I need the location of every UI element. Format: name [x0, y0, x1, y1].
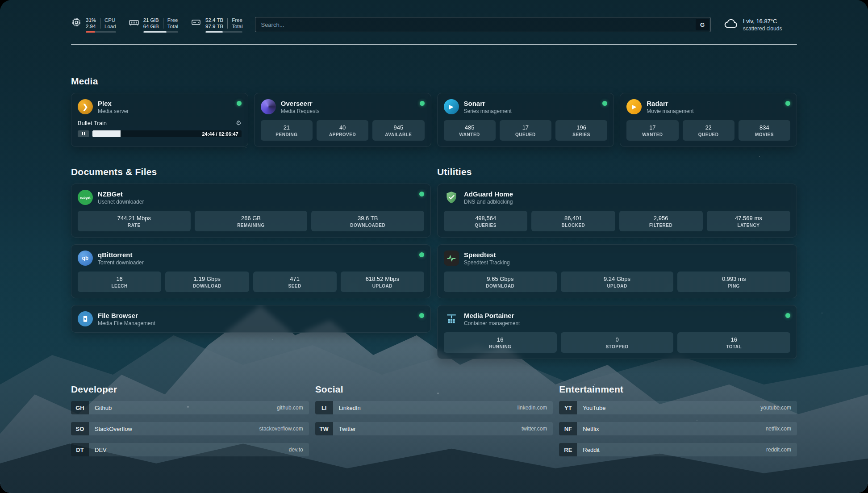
app-meta: Sonarr Series management [464, 100, 598, 114]
app-meta: Plex Media server [98, 100, 232, 114]
stat-available: 945 AVAILABLE [372, 120, 424, 141]
memory-total: 64 GiB [143, 23, 159, 29]
bookmark-linkedin[interactable]: LI LinkedIn linkedin.com [315, 401, 553, 414]
stat-upload: 618.52 Mbps UPLOAD [341, 272, 424, 292]
app-plex[interactable]: ❯ Plex Media server [78, 99, 242, 114]
cpu-stat: 31% 2.94 CPU Load [71, 17, 116, 33]
app-card-portainer: Media Portainer Container management 16 … [437, 305, 797, 359]
app-nzbget[interactable]: nzbget NZBGet Usenet downloader [78, 190, 424, 205]
bookmark-youtube[interactable]: YT YouTube youtube.com [559, 401, 797, 414]
stat-pending: 21 PENDING [261, 120, 313, 141]
stat-rate: 744.21 Mbps RATE [78, 211, 191, 231]
search-input[interactable] [255, 17, 711, 32]
stat-wanted: 485 WANTED [444, 120, 496, 141]
stat-download: 9.65 Gbps DOWNLOAD [444, 272, 557, 292]
player-row: 24:44 / 02:06:47 [78, 130, 242, 137]
bookmark-reddit[interactable]: RE Reddit reddit.com [559, 443, 797, 456]
bookmark-abbr: GH [71, 401, 89, 414]
stat-downloaded: 39.6 TB DOWNLOADED [311, 211, 424, 231]
app-name: Speedtest [464, 251, 790, 259]
bookmark-name: LinkedIn [339, 405, 517, 411]
app-desc: Torrent downloader [98, 259, 414, 266]
radarr-icon: ▶ [626, 99, 642, 114]
header-divider [71, 44, 797, 45]
status-dot [785, 101, 790, 106]
app-radarr[interactable]: ▶ Radarr Movie management [626, 99, 790, 114]
app-sonarr[interactable]: ▶ Sonarr Series management [444, 99, 608, 114]
app-overseerr[interactable]: Overseerr Media Requests [261, 99, 425, 114]
memory-bar [143, 31, 178, 33]
app-qbittorrent[interactable]: qb qBittorrent Torrent downloader [78, 251, 424, 266]
search-engine-button[interactable]: G [696, 19, 709, 30]
section-utilities: Utilities AdGuard Home DNS and adblockin… [437, 167, 797, 359]
disk-stat: 52.4 TB 97.9 TB Free Total [191, 17, 242, 33]
nzbget-icon: nzbget [78, 190, 93, 205]
cpu-load: 2.94 [86, 23, 96, 29]
playback-progress[interactable]: 24:44 / 02:06:47 [92, 130, 242, 137]
filebrowser-icon [78, 311, 93, 326]
search-bar[interactable]: G [255, 17, 711, 32]
bookmark-github[interactable]: GH Github github.com [71, 401, 309, 414]
bookmark-twitter[interactable]: TW Twitter twitter.com [315, 422, 553, 435]
bookmark-abbr: RE [559, 443, 577, 456]
cpu-bar [86, 31, 116, 33]
stat-download: 1.19 Gbps DOWNLOAD [165, 272, 249, 292]
app-portainer[interactable]: Media Portainer Container management [444, 311, 790, 326]
status-dot [602, 101, 607, 106]
section-title-entertainment: Entertainment [559, 384, 797, 395]
stat-total: 16 TOTAL [677, 332, 790, 353]
adguard-icon [444, 190, 459, 205]
cloud-icon [723, 16, 739, 33]
bookmark-url: stackoverflow.com [259, 426, 303, 432]
app-name: AdGuard Home [464, 190, 790, 198]
stat-tiles: 17 WANTED 22 QUEUED 834 MOVIES [626, 120, 790, 141]
memory-labels: Free Total [167, 17, 178, 29]
now-playing-title: Bullet Train [78, 120, 107, 126]
app-filebrowser[interactable]: File Browser Media File Management [78, 311, 424, 326]
bookmark-abbr: LI [315, 401, 333, 414]
cpu-values: 31% 2.94 [86, 17, 96, 29]
app-desc: Container management [464, 320, 780, 326]
section-title-utilities: Utilities [437, 167, 797, 177]
disk-bar [205, 31, 242, 33]
bookmark-netflix[interactable]: NF Netflix netflix.com [559, 422, 797, 435]
bookmark-stackoverflow[interactable]: SO StackOverflow stackoverflow.com [71, 422, 309, 435]
stat-ping: 0.993 ms PING [677, 272, 790, 292]
app-adguard[interactable]: AdGuard Home DNS and adblocking [444, 190, 790, 205]
app-card-qbittorrent: qb qBittorrent Torrent downloader 16 LEE… [71, 244, 431, 298]
pause-button[interactable] [78, 130, 89, 137]
stat-tiles: 16 RUNNING 0 STOPPED 16 TOTAL [444, 332, 790, 353]
app-meta: qBittorrent Torrent downloader [98, 251, 414, 266]
bookmark-url: dev.to [289, 447, 303, 453]
bookmark-dev[interactable]: DT DEV dev.to [71, 443, 309, 456]
section-title-media: Media [71, 76, 797, 87]
app-card-nzbget: nzbget NZBGet Usenet downloader 744.21 M… [71, 184, 431, 238]
stat-latency: 47.569 ms LATENCY [707, 211, 790, 231]
app-name: File Browser [98, 312, 414, 319]
section-bookmarks: Developer GH Github github.com SO StackO… [71, 384, 797, 456]
app-name: Radarr [647, 100, 780, 107]
bookmark-name: YouTube [583, 405, 760, 411]
status-dot [419, 313, 424, 318]
weather-condition: scattered clouds [743, 25, 782, 32]
app-desc: DNS and adblocking [464, 199, 790, 205]
disk-icon [191, 17, 201, 29]
stat-queued: 22 QUEUED [683, 120, 734, 141]
section-title-developer: Developer [71, 384, 309, 395]
gear-icon[interactable]: ⚙ [236, 119, 242, 126]
stat-stopped: 0 STOPPED [561, 332, 674, 353]
weather-widget[interactable]: Lviv, 16.87°C scattered clouds [723, 16, 797, 33]
disk-values: 52.4 TB 97.9 TB [205, 17, 223, 29]
app-card-speedtest: Speedtest Speedtest Tracking 9.65 Gbps D… [437, 244, 797, 298]
bookmark-url: youtube.com [760, 405, 791, 411]
topbar: 31% 2.94 CPU Load [71, 16, 797, 33]
pause-icon [82, 132, 83, 135]
section-middle: Documents & Files nzbget NZBGet Usenet d… [71, 167, 797, 359]
app-speedtest[interactable]: Speedtest Speedtest Tracking [444, 251, 790, 266]
stat-tiles: 21 PENDING 40 APPROVED 945 AVAILABLE [261, 120, 425, 141]
stat-tiles: 744.21 Mbps RATE 266 GB REMAINING 39.6 T… [78, 211, 424, 231]
app-meta: Speedtest Speedtest Tracking [464, 251, 790, 266]
bookmark-name: Reddit [583, 447, 766, 453]
stat-leech: 16 LEECH [78, 272, 161, 292]
memory-values: 21 GiB 64 GiB [143, 17, 159, 29]
